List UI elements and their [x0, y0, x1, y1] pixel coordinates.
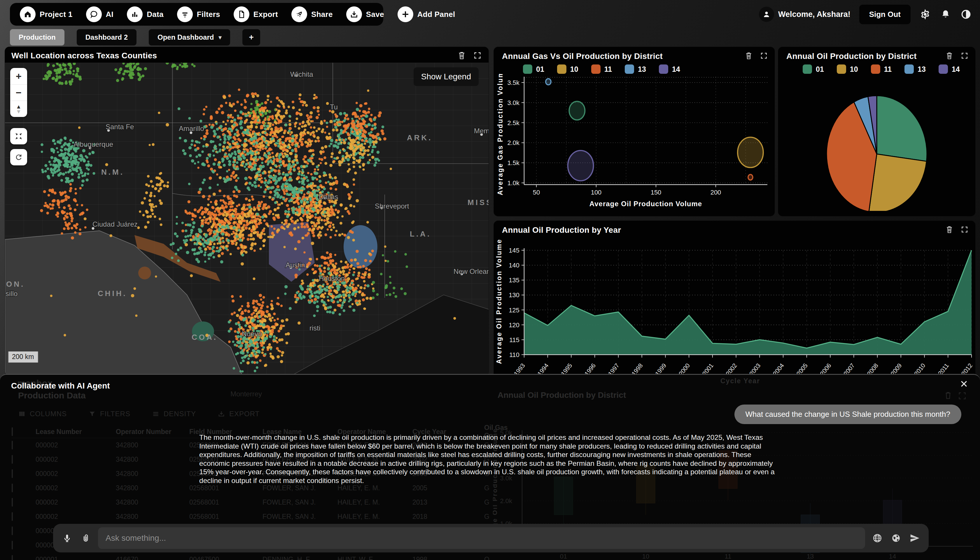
delete-panel-trash-icon[interactable] — [745, 52, 752, 60]
map-label-monterrey: Monterrey — [230, 390, 262, 398]
expand-panel-icon[interactable] — [473, 51, 482, 60]
show-legend-button[interactable]: Show Legend — [413, 67, 478, 86]
nav-filters[interactable]: Filters — [177, 7, 220, 22]
dim-toolbar-filters: FILTERS — [88, 410, 130, 418]
legend-item-10[interactable]: 10 — [557, 65, 578, 74]
close-icon[interactable] — [960, 380, 968, 388]
plus-icon — [398, 7, 413, 22]
legend-swatch — [523, 65, 532, 74]
ask-input[interactable] — [106, 533, 858, 543]
nav-save[interactable]: Save — [346, 7, 384, 22]
expand-panel-icon[interactable] — [760, 52, 768, 60]
pie-panel-title: Annual Oil Production by District — [786, 52, 917, 61]
ask-input-wrapper — [98, 527, 865, 549]
svg-text:01: 01 — [560, 553, 567, 560]
nav-share[interactable]: Share — [292, 7, 333, 22]
avatar — [759, 7, 774, 22]
tab-production[interactable]: Production — [10, 29, 65, 45]
delete-panel-trash-icon[interactable] — [946, 225, 953, 233]
legend-label: 11 — [604, 65, 612, 73]
settings-gear-icon[interactable] — [919, 8, 931, 20]
legend-item-11[interactable]: 11 — [591, 65, 612, 74]
send-icon[interactable] — [908, 532, 921, 545]
svg-text:Average Oil Production Volume: Average Oil Production Volume — [495, 238, 503, 364]
legend-swatch — [591, 65, 600, 74]
svg-text:110: 110 — [509, 351, 520, 358]
dim-toolbar-density: DENSITY — [152, 410, 196, 418]
svg-text:120: 120 — [509, 322, 520, 329]
svg-text:Memp: Memp — [474, 127, 489, 135]
legend-item-01[interactable]: 01 — [523, 65, 544, 74]
nav-save-label: Save — [366, 10, 384, 19]
file-icon — [233, 7, 249, 22]
expand-panel-icon[interactable] — [961, 226, 968, 233]
map-zoom-in-button[interactable]: + — [10, 68, 27, 84]
open-dashboard-dropdown[interactable]: Open Dashboard ▾ — [149, 29, 230, 45]
svg-text:2.0k: 2.0k — [500, 497, 512, 505]
legend-item-11[interactable]: 11 — [871, 65, 892, 74]
theme-toggle-icon[interactable] — [960, 8, 972, 20]
svg-text:N.M.: N.M. — [101, 168, 124, 177]
nav-data-label: Data — [147, 10, 163, 19]
svg-text:Average Oil Production Volume: Average Oil Production Volume — [590, 200, 702, 208]
sign-out-button[interactable]: Sign Out — [859, 5, 911, 24]
nav-project[interactable]: Project 1 — [20, 7, 73, 22]
legend-item-10[interactable]: 10 — [837, 65, 858, 74]
map-zoom-out-button[interactable]: − — [10, 84, 27, 101]
dashboard-tabs: Production Dashboard 2 Open Dashboard ▾ … — [10, 29, 260, 45]
nav-project-label: Project 1 — [40, 10, 73, 19]
user-message-bubble: What caused the change in US Shale produ… — [734, 405, 961, 424]
svg-text:Ciudad Juárez: Ciudad Juárez — [92, 220, 138, 228]
expand-panel-icon[interactable] — [961, 52, 968, 60]
nav-ai[interactable]: AI — [86, 7, 114, 22]
dim-table-toolbar: COLUMNSFILTERSDENSITYEXPORT — [18, 410, 260, 418]
area-panel-title: Annual Oil Production by Year — [502, 225, 621, 235]
map-rotate-control — [10, 149, 27, 165]
map-pitch-control[interactable]: ▲▼ — [10, 101, 27, 117]
nav-add-panel[interactable]: Add Panel — [398, 7, 455, 22]
tab-dashboard-2[interactable]: Dashboard 2 — [77, 29, 137, 45]
legend-swatch — [557, 65, 567, 74]
chevron-down-icon: ▾ — [218, 34, 222, 41]
notifications-bell-icon[interactable] — [940, 8, 952, 20]
svg-text:Houston: Houston — [319, 275, 345, 282]
nav-filters-label: Filters — [197, 10, 220, 19]
svg-text:200: 200 — [710, 189, 721, 196]
legend-item-14[interactable]: 14 — [659, 65, 680, 74]
legend-label: 10 — [570, 65, 578, 73]
pie-chart — [778, 74, 976, 211]
nav-export[interactable]: Export — [233, 7, 278, 22]
home-icon — [20, 7, 36, 22]
microphone-icon[interactable] — [61, 532, 73, 545]
map-rotate-button[interactable] — [10, 149, 27, 165]
delete-panel-trash-icon[interactable] — [458, 51, 466, 60]
map-canvas[interactable]: WichitaTuSanta FeAmarilloAlbuquerqueARK.… — [5, 63, 489, 375]
add-dashboard-button[interactable]: + — [242, 29, 260, 45]
svg-text:Amarillo: Amarillo — [179, 125, 204, 132]
attachment-paperclip-icon[interactable] — [79, 532, 92, 545]
scatter-chart: 1.0k1.5k2.0k2.5k3.0k3.5k50100150200Avera… — [494, 74, 775, 211]
svg-text:1.5k: 1.5k — [507, 159, 520, 167]
area-panel: Annual Oil Production by Year 1101151201… — [493, 220, 976, 384]
delete-panel-trash-icon[interactable] — [946, 52, 953, 60]
svg-text:ARK.: ARK. — [407, 133, 433, 142]
map-fit-bounds-button[interactable] — [10, 128, 27, 144]
svg-text:Tu: Tu — [330, 103, 338, 111]
svg-text:2.5k: 2.5k — [507, 119, 520, 127]
legend-swatch — [905, 65, 914, 74]
nav-data[interactable]: Data — [127, 7, 163, 22]
svg-text:150: 150 — [651, 189, 662, 196]
globe-earth-icon[interactable] — [890, 532, 902, 545]
legend-item-01[interactable]: 01 — [803, 65, 824, 74]
legend-label: 13 — [638, 65, 646, 73]
svg-text:Shreveport: Shreveport — [375, 202, 409, 210]
dim-area-xlabel: Cycle Year — [720, 377, 760, 385]
download-icon — [346, 7, 362, 22]
svg-text:1.0k: 1.0k — [507, 179, 520, 187]
legend-item-14[interactable]: 14 — [938, 65, 960, 74]
svg-text:Austin: Austin — [285, 261, 305, 269]
globe-wireframe-icon[interactable] — [871, 532, 884, 545]
legend-item-13[interactable]: 13 — [905, 65, 926, 74]
svg-text:100: 100 — [591, 189, 602, 196]
legend-item-13[interactable]: 13 — [625, 65, 646, 74]
